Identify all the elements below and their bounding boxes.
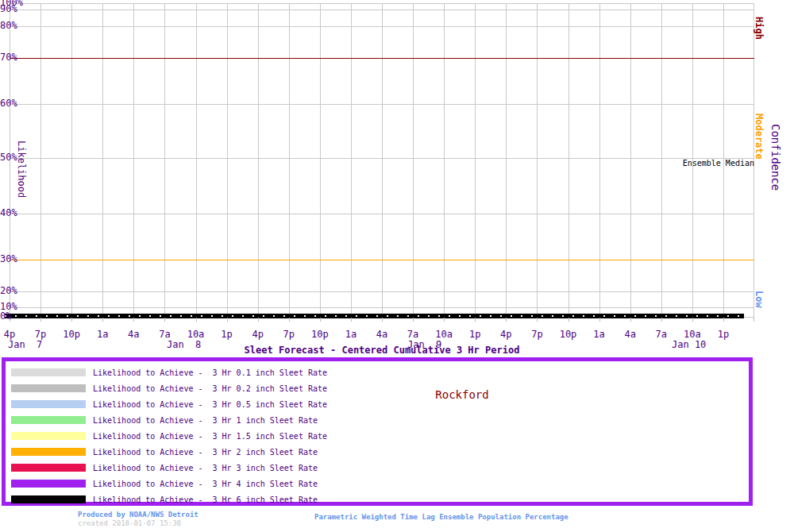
x-gridline [444,3,445,318]
legend-row: Likelihood to Achieve - 3 Hr 1.5 inch Sl… [6,428,749,444]
legend-label: Likelihood to Achieve - 3 Hr 2 inch Slee… [93,448,318,457]
x-tick-mark [661,318,662,322]
x-tick-mark [10,318,10,322]
legend-swatch [11,480,86,488]
x-gridline [289,3,290,318]
confidence-label-high: High [754,17,765,40]
legend-row: Likelihood to Achieve - 3 Hr 1 inch Slee… [6,412,749,428]
x-tick-label: 4a [615,329,646,340]
x-gridline [506,3,507,318]
legend-row: Likelihood to Achieve - 3 Hr 4 inch Slee… [6,476,749,492]
x-gridline [599,3,600,318]
x-tick-label: 1a [87,329,118,340]
x-tick-mark [320,318,321,322]
x-tick-label: 1a [584,329,615,340]
x-gridline [164,3,165,318]
x-tick-mark [351,318,352,322]
y-tick-label: 80% [0,21,17,31]
x-tick-mark [475,318,476,322]
x-tick-label: 1p [459,329,491,340]
x-tick-mark [102,318,103,322]
x-tick-mark [413,318,414,322]
x-tick-label: 10a [180,329,212,340]
y-axis-title: Likelihood [16,141,27,198]
y-tick-label: 50% [0,152,17,163]
station-label: Rockford [391,388,534,401]
x-tick-mark [164,318,165,322]
x-tick-label: 10a [676,329,708,340]
legend-row: Likelihood to Achieve - 3 Hr 6 inch Slee… [6,492,749,507]
x-gridline [133,3,134,318]
chart-title: Sleet Forecast - Centered Cumulative 3 H… [10,345,754,356]
x-gridline [569,3,569,318]
x-tick-mark [258,318,259,322]
x-tick-label: 10a [428,329,460,340]
legend-swatch [11,400,86,408]
x-gridline [475,3,476,318]
x-tick-mark [599,318,600,322]
x-tick-mark [630,318,631,322]
legend-label: Likelihood to Achieve - 3 Hr 6 inch Slee… [93,495,318,504]
x-tick-label: 4p [490,329,522,340]
legend-items: Likelihood to Achieve - 3 Hr 0.1 inch Sl… [6,364,749,507]
y-tick-label: 20% [0,286,17,296]
legend-swatch [11,464,86,472]
legend-swatch [11,368,86,376]
x-tick-mark [227,318,228,322]
y-tick-label: 60% [0,98,17,109]
y-tick-label: 30% [0,254,17,264]
x-gridline [537,3,538,318]
legend-label: Likelihood to Achieve - 3 Hr 0.2 inch Sl… [93,384,327,393]
confidence-label-low: Low [754,291,765,308]
x-tick-label: 10p [553,329,584,340]
legend-row: Likelihood to Achieve - 3 Hr 3 inch Slee… [6,460,749,476]
x-tick-mark [444,318,445,322]
legend-label: Likelihood to Achieve - 3 Hr 1.5 inch Sl… [93,432,327,441]
producer-credit: Produced by NOAA/NWS Detroit [78,511,198,519]
x-gridline [320,3,321,318]
x-tick-label: 4p [0,329,25,340]
ensemble-median-label: Ensemble Median [679,159,754,168]
x-tick-label: 10p [304,329,336,340]
legend-row: Likelihood to Achieve - 3 Hr 0.2 inch Sl… [6,380,749,396]
legend-swatch [11,448,86,456]
x-tick-mark [537,318,538,322]
x-tick-mark [289,318,290,322]
confidence-label-moderate: Moderate [754,114,765,160]
x-gridline [227,3,228,318]
x-tick-label: 1p [707,329,739,340]
x-gridline [382,3,383,318]
x-tick-mark [382,318,383,322]
x-gridline [258,3,259,318]
x-tick-mark [196,318,197,322]
x-tick-label: 7p [25,329,56,340]
high-threshold-line [10,58,754,59]
legend-swatch [11,432,86,440]
x-tick-label: 1p [211,329,243,340]
x-gridline [196,3,197,318]
x-gridline [40,3,41,318]
x-tick-label: 7p [521,329,553,340]
x-gridline [413,3,414,318]
x-tick-label: 4a [118,329,149,340]
x-tick-label: 7p [273,329,305,340]
x-gridline [351,3,352,318]
x-tick-label: 7a [646,329,677,340]
created-timestamp: created 2018-01-07 15:30 [78,519,181,527]
x-tick-mark [569,318,569,322]
moderate-threshold-line [10,260,754,260]
x-gridline [71,3,72,318]
data-point-markers [5,315,744,317]
x-tick-mark [71,318,72,322]
legend-row: Likelihood to Achieve - 3 Hr 0.5 inch Sl… [6,396,749,412]
legend-label: Likelihood to Achieve - 3 Hr 3 inch Slee… [93,464,318,472]
y-tick-label: 40% [0,208,17,218]
method-label: Parametric Weighted Time Lag Ensemble Po… [314,513,569,521]
x-gridline [630,3,631,318]
legend-label: Likelihood to Achieve - 3 Hr 0.1 inch Sl… [93,368,327,377]
x-tick-label: 4p [242,329,274,340]
y-tick-label: 70% [0,52,17,63]
x-tick-mark [40,318,41,322]
legend-row: Likelihood to Achieve - 3 Hr 2 inch Slee… [6,444,749,460]
x-tick-label: 7a [148,329,180,340]
